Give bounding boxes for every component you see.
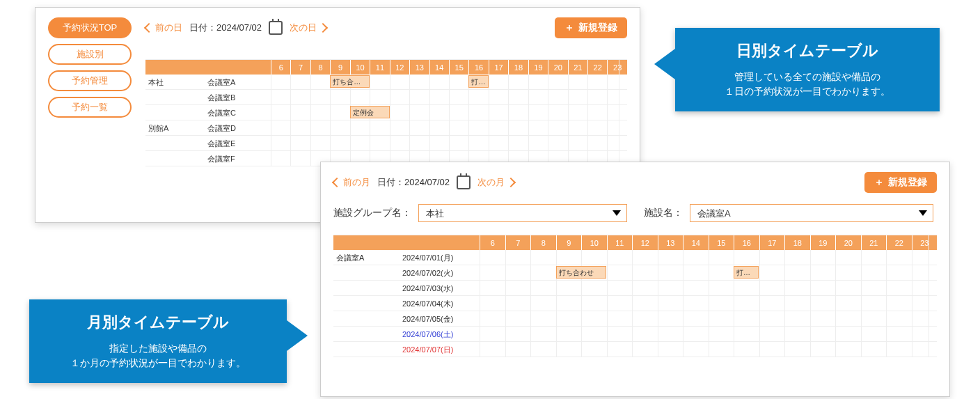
timetable-cell[interactable] bbox=[607, 327, 633, 341]
timetable-cell[interactable] bbox=[632, 311, 658, 326]
timetable-cell[interactable] bbox=[587, 120, 607, 135]
timetable-cell[interactable] bbox=[530, 296, 556, 311]
timetable-cell[interactable] bbox=[528, 120, 548, 135]
timetable-cell[interactable] bbox=[310, 90, 330, 104]
timetable-cell[interactable] bbox=[810, 265, 836, 280]
timetable-cell[interactable] bbox=[658, 296, 683, 311]
timetable-cell[interactable] bbox=[556, 281, 582, 295]
facility-name-select[interactable]: 会議室A bbox=[690, 204, 933, 222]
timetable-cell[interactable] bbox=[480, 265, 505, 280]
facility-group-select[interactable]: 本社 bbox=[418, 204, 627, 222]
timetable-cell[interactable] bbox=[390, 105, 409, 120]
timetable-cell[interactable] bbox=[886, 311, 912, 326]
timetable-cell[interactable] bbox=[271, 90, 290, 104]
timetable-cell[interactable] bbox=[409, 90, 429, 104]
timetable-cell[interactable] bbox=[290, 75, 310, 89]
timetable-cell[interactable] bbox=[683, 311, 709, 326]
timetable-cell[interactable] bbox=[886, 327, 912, 341]
timetable-cell[interactable] bbox=[683, 327, 709, 341]
timetable-cell[interactable] bbox=[810, 311, 836, 326]
timetable-cell[interactable] bbox=[734, 296, 759, 311]
timetable-cell[interactable] bbox=[658, 265, 683, 280]
timetable-cell[interactable] bbox=[290, 90, 310, 104]
timetable-cell[interactable] bbox=[530, 250, 556, 265]
timetable-cell[interactable] bbox=[835, 342, 861, 357]
timetable-cell[interactable] bbox=[330, 90, 349, 104]
timetable-cell[interactable] bbox=[759, 342, 785, 357]
timetable-cell[interactable] bbox=[784, 327, 810, 341]
timetable-cell[interactable] bbox=[810, 250, 836, 265]
timetable-cell[interactable] bbox=[683, 281, 709, 295]
timetable-cell[interactable] bbox=[709, 311, 734, 326]
timetable-cell[interactable] bbox=[759, 327, 785, 341]
timetable-cell[interactable] bbox=[508, 105, 528, 120]
timetable-cell[interactable] bbox=[271, 151, 290, 166]
timetable-cell[interactable] bbox=[480, 281, 505, 295]
timetable-cell[interactable] bbox=[734, 250, 759, 265]
timetable-cell[interactable] bbox=[528, 105, 548, 120]
timetable-cell[interactable] bbox=[556, 311, 582, 326]
timetable-cell[interactable] bbox=[784, 296, 810, 311]
timetable-cell[interactable] bbox=[709, 342, 734, 357]
timetable-cell[interactable] bbox=[835, 265, 861, 280]
timetable-cell[interactable] bbox=[632, 281, 658, 295]
timetable-cell[interactable] bbox=[429, 75, 449, 89]
timetable-cell[interactable] bbox=[330, 120, 349, 135]
timetable-cell[interactable] bbox=[480, 342, 505, 357]
timetable-cell[interactable] bbox=[556, 250, 582, 265]
timetable-cell[interactable] bbox=[508, 136, 528, 150]
timetable-cell[interactable] bbox=[581, 327, 607, 341]
timetable-cell[interactable] bbox=[709, 281, 734, 295]
timetable-cell[interactable] bbox=[810, 281, 836, 295]
timetable-cell[interactable] bbox=[587, 105, 607, 120]
timetable-cell[interactable] bbox=[632, 327, 658, 341]
timetable-cell[interactable] bbox=[310, 75, 330, 89]
timetable-cell[interactable] bbox=[290, 120, 310, 135]
timetable-cell[interactable] bbox=[480, 250, 505, 265]
timetable-cell[interactable] bbox=[370, 136, 389, 150]
timetable-cell[interactable] bbox=[468, 90, 488, 104]
timetable-cell[interactable] bbox=[581, 250, 607, 265]
timetable-cell[interactable] bbox=[568, 120, 587, 135]
booking-block[interactable]: 打ち… bbox=[734, 266, 759, 279]
timetable-cell[interactable] bbox=[607, 250, 633, 265]
timetable-cell[interactable] bbox=[489, 105, 508, 120]
timetable-cell[interactable] bbox=[632, 250, 658, 265]
timetable-cell[interactable] bbox=[759, 296, 785, 311]
timetable-cell[interactable] bbox=[632, 342, 658, 357]
timetable-cell[interactable] bbox=[505, 265, 531, 280]
timetable-cell[interactable] bbox=[835, 250, 861, 265]
timetable-cell[interactable] bbox=[587, 90, 607, 104]
timetable-cell[interactable] bbox=[734, 342, 759, 357]
timetable-cell[interactable] bbox=[548, 120, 567, 135]
timetable-cell[interactable] bbox=[886, 250, 912, 265]
timetable-cell[interactable] bbox=[505, 250, 531, 265]
timetable-cell[interactable] bbox=[886, 281, 912, 295]
timetable-cell[interactable] bbox=[330, 136, 349, 150]
timetable-cell[interactable] bbox=[505, 311, 531, 326]
timetable-cell[interactable] bbox=[568, 136, 587, 150]
timetable-cell[interactable] bbox=[508, 90, 528, 104]
timetable-cell[interactable] bbox=[508, 75, 528, 89]
timetable-cell[interactable] bbox=[658, 311, 683, 326]
timetable-cell[interactable] bbox=[759, 311, 785, 326]
timetable-cell[interactable] bbox=[429, 120, 449, 135]
timetable-cell[interactable] bbox=[271, 75, 290, 89]
timetable-cell[interactable] bbox=[310, 136, 330, 150]
timetable-cell[interactable] bbox=[530, 311, 556, 326]
timetable-cell[interactable] bbox=[271, 136, 290, 150]
timetable-cell[interactable] bbox=[861, 281, 887, 295]
timetable-cell[interactable] bbox=[390, 75, 409, 89]
timetable-cell[interactable] bbox=[310, 120, 330, 135]
timetable-cell[interactable] bbox=[505, 342, 531, 357]
timetable-cell[interactable] bbox=[784, 311, 810, 326]
timetable-cell[interactable] bbox=[530, 327, 556, 341]
booking-block[interactable]: 打ち合わせ bbox=[556, 266, 607, 279]
calendar-icon[interactable] bbox=[269, 21, 283, 35]
timetable-cell[interactable] bbox=[810, 327, 836, 341]
timetable-cell[interactable] bbox=[390, 120, 409, 135]
timetable-cell[interactable] bbox=[734, 327, 759, 341]
timetable-cell[interactable] bbox=[581, 311, 607, 326]
timetable-cell[interactable] bbox=[489, 75, 508, 89]
new-reservation-button[interactable]: ＋ 新規登録 bbox=[864, 172, 937, 193]
